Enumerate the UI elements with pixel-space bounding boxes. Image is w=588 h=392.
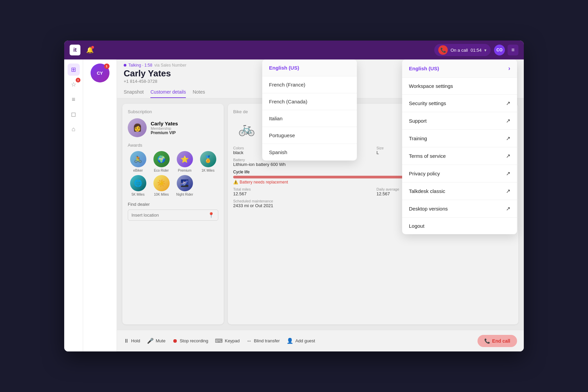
settings-logout-label: Logout	[409, 223, 424, 229]
contact-sidebar: CY 1	[83, 59, 117, 351]
contact-avatar-cy[interactable]: CY 1	[91, 64, 109, 82]
settings-terms-external-icon: ↗	[506, 153, 510, 159]
settings-workspace-label: Workspace settings	[409, 83, 453, 89]
settings-item-privacy[interactable]: Privacy policy ↗	[402, 165, 517, 182]
top-bar: it 🔔 📞 On a call 01:54 ▾ CO ≡	[64, 41, 524, 59]
settings-item-logout[interactable]: Logout	[402, 218, 517, 234]
settings-language-chevron-icon: ›	[508, 65, 510, 72]
settings-desktop-external-icon: ↗	[506, 205, 510, 212]
lang-portuguese[interactable]: Portuguese	[262, 127, 357, 144]
call-status-badge: 📞 On a call 01:54 ▾	[434, 44, 491, 56]
settings-item-language[interactable]: English (US) ›	[402, 59, 517, 78]
settings-terms-label: Terms of service	[409, 153, 446, 159]
contacts-badge: 3	[76, 78, 80, 82]
settings-item-support[interactable]: Support ↗	[402, 112, 517, 130]
settings-language-label: English (US)	[409, 66, 439, 71]
lang-french-canada[interactable]: French (Canada)	[262, 93, 357, 110]
language-dropdown: English (US) French (France) French (Can…	[262, 59, 357, 161]
lang-italian[interactable]: Italian	[262, 110, 357, 127]
settings-support-label: Support	[409, 118, 427, 124]
lang-spanish[interactable]: Spanish	[262, 144, 357, 161]
settings-item-workspace[interactable]: Workspace settings	[402, 78, 517, 95]
sidebar-item-profile[interactable]: ⌂	[68, 123, 80, 135]
settings-item-classic[interactable]: Talkdesk classic ↗	[402, 182, 517, 200]
main-area: ⊞ ☆ 3 ≡ ◻ ⌂ CY 1 Talking · 1:58 via	[64, 59, 524, 351]
sidebar-item-contacts[interactable]: ☆ 3	[68, 78, 80, 91]
settings-classic-external-icon: ↗	[506, 188, 510, 194]
dropdown-chevron-icon[interactable]: ▾	[484, 48, 487, 53]
settings-training-external-icon: ↗	[506, 135, 510, 142]
call-status-label: On a call	[450, 48, 468, 53]
settings-classic-label: Talkdesk classic	[409, 188, 445, 194]
settings-item-desktop[interactable]: Desktop versions ↗	[402, 200, 517, 218]
sidebar-icons: ⊞ ☆ 3 ≡ ◻ ⌂	[64, 59, 83, 351]
lang-english-us[interactable]: English (US)	[262, 59, 357, 76]
sidebar-item-home[interactable]: ⊞	[68, 64, 80, 76]
sidebar-item-widgets[interactable]: ◻	[68, 108, 80, 120]
notification-bell-icon[interactable]: 🔔	[84, 45, 95, 55]
settings-item-security[interactable]: Security settings ↗	[402, 95, 517, 112]
settings-security-external-icon: ↗	[506, 100, 510, 106]
menu-icon[interactable]: ≡	[508, 45, 518, 55]
lang-french-france[interactable]: French (France)	[262, 76, 357, 93]
call-timer: 01:54	[470, 48, 482, 53]
settings-item-terms[interactable]: Terms of service ↗	[402, 147, 517, 165]
browser-window: it 🔔 📞 On a call 01:54 ▾ CO ≡ ⊞ ☆ 3 ≡ ◻ …	[64, 41, 524, 351]
call-dot-icon: 📞	[438, 45, 448, 55]
user-avatar[interactable]: CO	[494, 45, 505, 55]
settings-support-external-icon: ↗	[506, 118, 510, 124]
content-area: Talking · 1:58 via Sales Number Carly Ya…	[117, 59, 524, 351]
app-logo[interactable]: it	[70, 45, 80, 55]
settings-training-label: Training	[409, 136, 427, 141]
contact-badge: 1	[104, 64, 109, 69]
settings-security-label: Security settings	[409, 100, 446, 106]
settings-item-training[interactable]: Training ↗	[402, 130, 517, 147]
settings-desktop-label: Desktop versions	[409, 206, 448, 212]
settings-privacy-external-icon: ↗	[506, 170, 510, 177]
settings-privacy-label: Privacy policy	[409, 171, 440, 176]
settings-dropdown: English (US) › Workspace settings Securi…	[402, 59, 517, 234]
sidebar-item-list[interactable]: ≡	[68, 93, 80, 105]
